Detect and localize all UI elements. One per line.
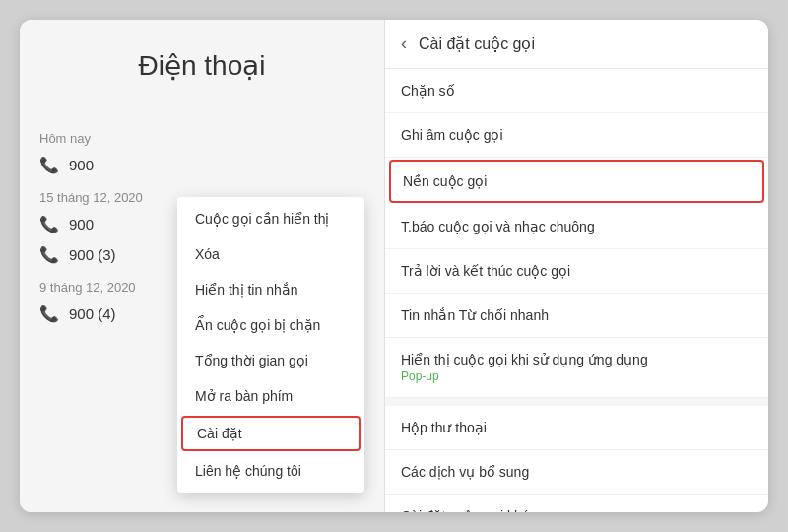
menu-item-tin-nhan[interactable]: Tin nhắn Từ chối nhanh	[385, 294, 768, 338]
menu-item-ghi-am[interactable]: Ghi âm cuộc gọi	[385, 113, 768, 158]
call-icon: 📞	[39, 304, 59, 323]
right-header: ‹ Cài đặt cuộc gọi	[385, 20, 768, 69]
back-arrow-icon[interactable]: ‹	[401, 33, 407, 54]
dropdown-item-cuoc-goi[interactable]: Cuộc gọi cần hiển thị	[177, 201, 364, 236]
menu-item-cai-dat-khac[interactable]: Cài đặt cuộc gọi khác	[385, 495, 768, 512]
menu-item-tbao[interactable]: T.báo cuộc gọi và nhạc chuông	[385, 205, 768, 249]
right-panel: ‹ Cài đặt cuộc gọi Chặn số Ghi âm cuộc g…	[384, 20, 768, 512]
dropdown-item-hien-thi[interactable]: Hiển thị tin nhắn	[177, 272, 364, 307]
dropdown-item-mo-ban-phim[interactable]: Mở ra bàn phím	[177, 378, 364, 414]
left-panel: Điện thoại Hôm nay 📞 900 15 tháng 12, 20…	[20, 20, 384, 512]
call-number: 900	[69, 216, 94, 233]
call-item[interactable]: 📞 900	[39, 150, 364, 180]
divider	[385, 398, 768, 406]
dropdown-item-xoa[interactable]: Xóa	[177, 236, 364, 272]
dropdown-menu: Cuộc gọi cần hiển thị Xóa Hiển thị tin n…	[177, 197, 364, 493]
date-label-today: Hôm nay	[39, 131, 364, 146]
app-title: Điện thoại	[139, 49, 266, 82]
dropdown-item-tong-thoi-gian[interactable]: Tổng thời gian gọi	[177, 343, 364, 378]
menu-item-hop-thu-thoai[interactable]: Hộp thư thoại	[385, 406, 768, 450]
call-number: 900 (3)	[69, 246, 116, 263]
dropdown-item-an-cuoc-goi[interactable]: Ẩn cuộc gọi bị chặn	[177, 307, 364, 343]
dropdown-item-cai-dat[interactable]: Cài đặt	[181, 416, 361, 451]
call-icon: 📞	[39, 245, 59, 264]
phone-container: Điện thoại Hôm nay 📞 900 15 tháng 12, 20…	[20, 20, 768, 512]
settings-menu-list: Chặn số Ghi âm cuộc gọi Nền cuộc gọi T.b…	[385, 69, 768, 512]
right-panel-title: Cài đặt cuộc gọi	[419, 34, 535, 53]
menu-item-dich-vu-bo-sung[interactable]: Các dịch vụ bổ sung	[385, 450, 768, 495]
sub-label-popup: Pop-up	[401, 369, 753, 383]
call-icon: 📞	[39, 215, 59, 233]
call-icon: 📞	[39, 156, 59, 174]
menu-item-hien-thi-cuoc-goi[interactable]: Hiển thị cuộc gọi khi sử dụng ứng dụng P…	[385, 338, 768, 398]
menu-item-chan-so[interactable]: Chặn số	[385, 69, 768, 113]
call-number: 900 (4)	[69, 305, 116, 322]
menu-item-tra-loi[interactable]: Trả lời và kết thúc cuộc gọi	[385, 249, 768, 294]
call-number: 900	[69, 157, 94, 173]
menu-item-nen-cuoc-goi[interactable]: Nền cuộc gọi	[389, 160, 764, 203]
dropdown-item-lien-he[interactable]: Liên hệ chúng tôi	[177, 453, 364, 489]
